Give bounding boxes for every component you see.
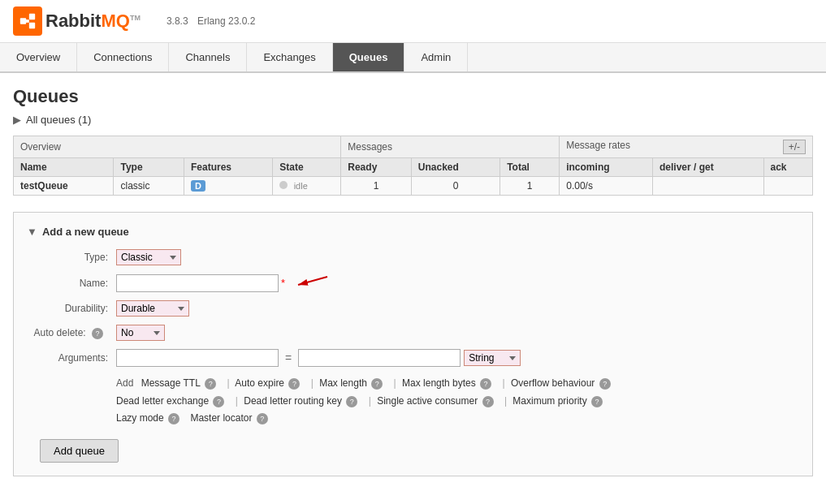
auto-delete-help-icon[interactable]: ? <box>92 327 108 338</box>
svg-line-5 <box>298 277 327 285</box>
arg-value-input[interactable] <box>298 349 461 367</box>
section-messages: Messages <box>341 136 560 158</box>
page-content: Queues ▶ All queues (1) Overview Message… <box>0 73 826 504</box>
add-queue-arrow-icon: ▼ <box>27 226 37 238</box>
row-ready: 1 <box>341 177 412 196</box>
nav-exchanges[interactable]: Exchanges <box>247 43 332 71</box>
arg-type-select[interactable]: String <box>464 350 521 366</box>
row-features: D <box>184 177 272 196</box>
svg-rect-1 <box>29 14 35 19</box>
logo-text: RabbitMQTM <box>45 11 141 32</box>
auto-delete-label: Auto delete: ? <box>27 327 116 339</box>
section-message-rates: Message rates +/- <box>560 136 813 158</box>
col-incoming: incoming <box>560 158 653 177</box>
single-active-consumer-link[interactable]: Single active consumer <box>377 395 478 407</box>
state-label: idle <box>294 181 308 191</box>
all-queues-arrow-icon: ▶ <box>13 114 21 126</box>
name-input[interactable] <box>116 274 279 292</box>
max-length-link[interactable]: Max length <box>319 377 367 389</box>
nav-channels[interactable]: Channels <box>169 43 247 71</box>
durability-label: Durability: <box>27 303 116 314</box>
col-total: Total <box>500 158 560 177</box>
maximum-priority-help[interactable]: ? <box>591 396 603 407</box>
dead-letter-exchange-link[interactable]: Dead letter exchange <box>116 395 209 407</box>
auto-expire-link[interactable]: Auto expire <box>235 377 284 389</box>
col-ready: Ready <box>341 158 412 177</box>
queues-table: Overview Messages Message rates +/- Name… <box>13 136 813 196</box>
overflow-behaviour-link[interactable]: Overflow behaviour <box>511 377 595 389</box>
nav-overview[interactable]: Overview <box>0 43 77 71</box>
single-active-consumer-help[interactable]: ? <box>482 396 494 407</box>
row-deliver-get <box>652 177 763 196</box>
max-length-bytes-link[interactable]: Max length bytes <box>402 377 476 389</box>
row-unacked: 0 <box>411 177 499 196</box>
durability-row: Durability: Durable <box>27 300 799 317</box>
nav-connections[interactable]: Connections <box>77 43 169 71</box>
col-unacked: Unacked <box>411 158 499 177</box>
col-deliver-get: deliver / get <box>652 158 763 177</box>
add-queue-button[interactable]: Add queue <box>40 439 119 463</box>
lazy-mode-help[interactable]: ? <box>168 413 179 424</box>
col-features: Features <box>184 158 272 177</box>
arguments-row: Arguments: = String <box>27 349 799 367</box>
table-row: testQueue classic D idle 1 0 1 0.00/s <box>14 177 813 196</box>
name-label: Name: <box>27 278 116 289</box>
arguments-label: Arguments: <box>27 352 116 364</box>
dead-letter-routing-key-link[interactable]: Dead letter routing key <box>244 395 342 407</box>
top-header: RabbitMQTM 3.8.3 Erlang 23.0.2 <box>0 0 826 43</box>
lazy-mode-link[interactable]: Lazy mode <box>116 412 164 424</box>
feature-badge: D <box>191 180 205 192</box>
row-state: idle <box>273 177 341 196</box>
auto-delete-select[interactable]: No <box>116 325 165 341</box>
row-type: classic <box>114 177 184 196</box>
row-name[interactable]: testQueue <box>14 177 114 196</box>
arg-key-input[interactable] <box>116 349 279 367</box>
svg-rect-3 <box>24 19 28 23</box>
dead-letter-routing-key-help[interactable]: ? <box>346 396 357 407</box>
max-length-help[interactable]: ? <box>371 378 383 390</box>
page-title: Queues <box>13 86 813 107</box>
master-locator-help[interactable]: ? <box>257 413 268 424</box>
overflow-behaviour-help[interactable]: ? <box>599 378 611 390</box>
add-queue-button-row: Add queue <box>27 439 799 463</box>
row-incoming: 0.00/s <box>560 177 653 196</box>
message-ttl-link[interactable]: Message TTL <box>141 377 201 389</box>
add-queue-header[interactable]: ▼ Add a new queue <box>27 226 799 238</box>
max-length-bytes-help[interactable]: ? <box>480 378 491 390</box>
main-nav: Overview Connections Channels Exchanges … <box>0 43 826 73</box>
durability-select[interactable]: Durable <box>116 300 189 317</box>
row-ack <box>763 177 812 196</box>
arguments-inputs: = String <box>116 349 521 367</box>
dead-letter-exchange-help[interactable]: ? <box>213 396 224 407</box>
auto-delete-row: Auto delete: ? No <box>27 325 799 341</box>
auto-expire-help[interactable]: ? <box>288 378 300 390</box>
logo-icon <box>13 6 42 36</box>
add-queue-section: ▼ Add a new queue Type: Classic Name: * <box>13 212 813 476</box>
row-total: 1 <box>500 177 560 196</box>
version-info: 3.8.3 Erlang 23.0.2 <box>166 15 262 27</box>
add-args-section: Add Message TTL ? | Auto expire ? | Max … <box>116 375 799 428</box>
logo-area: RabbitMQTM <box>13 6 141 36</box>
state-dot <box>279 181 288 189</box>
col-type: Type <box>114 158 184 177</box>
add-label: Add <box>116 377 133 389</box>
section-overview: Overview <box>14 136 341 158</box>
nav-admin[interactable]: Admin <box>404 43 468 71</box>
name-row: Name: * <box>27 274 799 292</box>
nav-queues[interactable]: Queues <box>333 43 405 71</box>
svg-rect-2 <box>29 23 35 28</box>
all-queues-label: All queues (1) <box>26 114 91 126</box>
master-locator-link[interactable]: Master locator <box>190 412 252 424</box>
col-ack: ack <box>763 158 812 177</box>
plus-minus-button[interactable]: +/- <box>783 140 806 154</box>
col-name: Name <box>14 158 114 177</box>
type-select[interactable]: Classic <box>116 249 181 265</box>
all-queues-toggle[interactable]: ▶ All queues (1) <box>13 114 813 126</box>
red-arrow-annotation <box>288 274 329 292</box>
type-row: Type: Classic <box>27 249 799 265</box>
type-label: Type: <box>27 252 116 263</box>
col-state: State <box>273 158 341 177</box>
equals-sign: = <box>285 351 292 364</box>
maximum-priority-link[interactable]: Maximum priority <box>512 395 586 407</box>
message-ttl-help[interactable]: ? <box>205 378 216 390</box>
